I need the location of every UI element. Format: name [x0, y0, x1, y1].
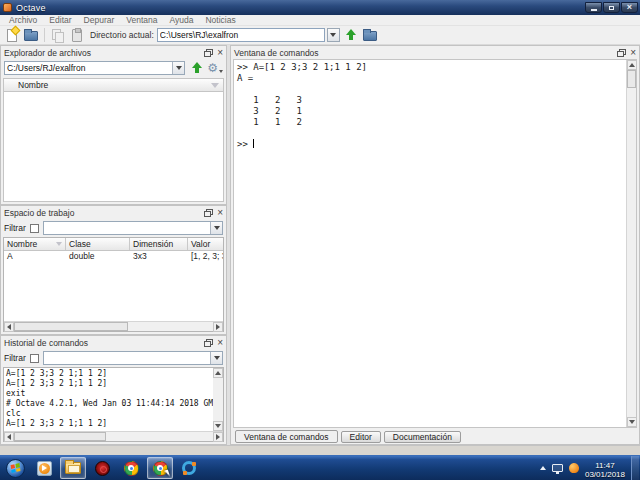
table-row[interactable]: A double 3x3 [1, 2, 3; 3: [4, 251, 223, 263]
scroll-up-button[interactable]: [213, 368, 223, 378]
start-button[interactable]: [2, 457, 28, 479]
history-title-bar[interactable]: Historial de comandos ×: [1, 336, 226, 349]
menu-ayuda[interactable]: Ayuda: [163, 15, 199, 25]
scrollbar-thumb[interactable]: [14, 322, 128, 331]
taskbar-clock[interactable]: 11:47 03/01/2018: [585, 458, 625, 479]
close-icon[interactable]: ×: [217, 208, 223, 218]
directory-dropdown-button[interactable]: [327, 28, 340, 42]
history-filter-combobox[interactable]: [43, 351, 223, 365]
taskbar-remote-desktop-button[interactable]: [147, 457, 173, 479]
minimize-button[interactable]: [585, 2, 602, 13]
menu-editar[interactable]: Editar: [43, 15, 77, 25]
command-line: 1 2 3: [237, 95, 623, 106]
column-header-nombre[interactable]: Nombre: [4, 238, 66, 250]
command-window-vertical-scrollbar[interactable]: [626, 60, 636, 427]
workspace-horizontal-scrollbar[interactable]: [4, 321, 223, 331]
show-hidden-icons-button[interactable]: [540, 466, 546, 470]
undock-icon[interactable]: [204, 209, 213, 217]
history-list[interactable]: A=[1 2 3;3 2 1;1 1 2] A=[1 2 3;3 2 1;1 1…: [4, 368, 213, 431]
scrollbar-track[interactable]: [213, 378, 223, 421]
explorer-path-combobox[interactable]: C:/Users/RJ/exalfron: [4, 61, 185, 75]
history-vertical-scrollbar[interactable]: [213, 368, 223, 431]
paste-icon: [72, 29, 82, 42]
list-item[interactable]: A=[1 2 3;3 2 1;1 1 2]: [6, 369, 211, 379]
explorer-up-button[interactable]: [188, 60, 204, 76]
scroll-left-button[interactable]: [4, 322, 14, 332]
clock-time: 11:47: [585, 461, 625, 470]
workspace-filter-checkbox[interactable]: [30, 224, 39, 233]
scroll-left-button[interactable]: [4, 432, 14, 442]
close-icon[interactable]: ×: [630, 48, 636, 58]
workspace-filter-dropdown[interactable]: [210, 222, 222, 234]
close-icon[interactable]: ×: [217, 48, 223, 58]
command-window-title-bar[interactable]: Ventana de comandos ×: [231, 46, 639, 59]
list-item[interactable]: # Octave 4.2.1, Wed Jan 03 11:44:14 2018…: [6, 399, 211, 409]
workspace-filter-combobox[interactable]: [43, 221, 223, 235]
scroll-down-button[interactable]: [213, 421, 223, 431]
explorer-column-header[interactable]: Nombre: [3, 78, 224, 92]
taskbar-blue-ring-app-button[interactable]: [176, 457, 202, 479]
file-explorer-title-bar[interactable]: Explorador de archivos ×: [1, 46, 226, 59]
list-item[interactable]: A=[1 2 3;3 2 1;1 1 2]: [6, 379, 211, 389]
copy-button[interactable]: [50, 27, 66, 43]
explorer-path-dropdown[interactable]: [172, 62, 184, 74]
command-line: 3 2 1: [237, 106, 623, 117]
taskbar-red-app-button[interactable]: [89, 457, 115, 479]
scrollbar-track[interactable]: [627, 88, 636, 417]
workspace-title-bar[interactable]: Espacio de trabajo ×: [1, 206, 226, 219]
history-horizontal-scrollbar[interactable]: [4, 431, 223, 441]
taskbar-chrome-button[interactable]: [118, 457, 144, 479]
antivirus-tray-icon[interactable]: [568, 462, 579, 473]
command-prompt[interactable]: >>: [237, 139, 623, 150]
current-directory-input[interactable]: [157, 28, 325, 42]
command-window-output[interactable]: >> A=[1 2 3;3 2 1;1 1 2] A = 1 2 3 3 2 1…: [234, 60, 626, 427]
column-header-clase[interactable]: Clase: [66, 238, 130, 250]
taskbar-media-player-button[interactable]: [31, 457, 57, 479]
cursor-icon: [164, 469, 170, 477]
paste-button[interactable]: [69, 27, 85, 43]
scroll-down-button[interactable]: [627, 417, 637, 427]
list-item[interactable]: clc: [6, 409, 211, 419]
chevron-down-icon: [176, 66, 182, 70]
new-document-icon: [7, 29, 17, 42]
scrollbar-track[interactable]: [128, 322, 213, 331]
command-window-title: Ventana de comandos: [234, 48, 319, 58]
menu-depurar[interactable]: Depurar: [78, 15, 121, 25]
close-icon[interactable]: ×: [217, 338, 223, 348]
browse-directory-button[interactable]: [362, 27, 378, 43]
taskbar-explorer-button[interactable]: [60, 457, 86, 479]
scrollbar-track[interactable]: [106, 432, 213, 441]
undock-icon[interactable]: [617, 49, 626, 57]
directory-up-button[interactable]: [343, 27, 359, 43]
scrollbar-thumb[interactable]: [627, 70, 636, 88]
menu-ventana[interactable]: Ventana: [120, 15, 163, 25]
tab-command-window[interactable]: Ventana de comandos: [235, 430, 338, 443]
close-button[interactable]: ×: [621, 2, 638, 13]
new-script-button[interactable]: [4, 27, 20, 43]
open-file-button[interactable]: [23, 27, 39, 43]
tab-documentation[interactable]: Documentación: [384, 431, 461, 443]
menu-archivo[interactable]: Archivo: [3, 15, 43, 25]
show-desktop-button[interactable]: [631, 456, 639, 480]
undock-icon[interactable]: [204, 339, 213, 347]
history-filter-checkbox[interactable]: [30, 354, 39, 363]
explorer-file-list[interactable]: [3, 92, 224, 202]
scroll-up-button[interactable]: [627, 60, 637, 70]
undock-icon[interactable]: [204, 49, 213, 57]
tab-editor[interactable]: Editor: [341, 431, 381, 443]
restore-button[interactable]: [603, 2, 620, 13]
scroll-right-button[interactable]: [213, 322, 223, 332]
explorer-actions-button[interactable]: ⚙: [207, 62, 223, 74]
toolbar-separator: [44, 28, 45, 42]
list-item[interactable]: A=[1 2 3;3 2 1;1 1 2]: [6, 419, 211, 429]
blue-ring-app-icon: [182, 461, 196, 475]
history-filter-dropdown[interactable]: [210, 352, 222, 364]
list-item[interactable]: exit: [6, 389, 211, 399]
menu-noticias[interactable]: Noticias: [199, 15, 241, 25]
column-header-valor[interactable]: Valor: [188, 238, 223, 250]
column-header-dimension[interactable]: Dimensión: [130, 238, 188, 250]
title-bar[interactable]: Octave ×: [0, 0, 640, 15]
scrollbar-thumb[interactable]: [14, 432, 106, 441]
network-tray-icon[interactable]: [552, 464, 563, 472]
scroll-right-button[interactable]: [213, 432, 223, 442]
